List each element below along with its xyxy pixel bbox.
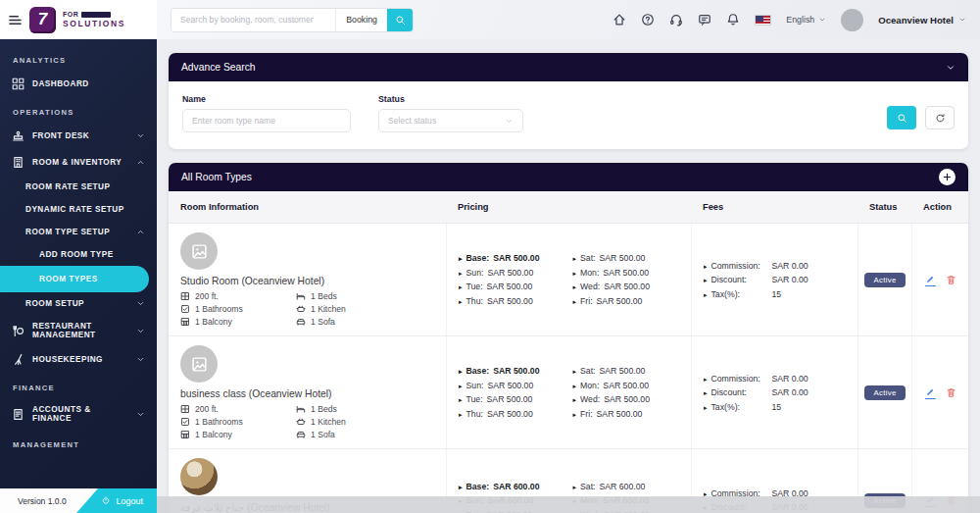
sidebar: 7 FOR SOLUTIONS ANALYTICSDASHBOARDOPERAT… <box>0 0 157 513</box>
price-value: SAR 500.00 <box>597 409 643 419</box>
sidebar-item-room-inventory[interactable]: ROOM & INVENTORY <box>0 149 157 176</box>
sidebar-toggle-icon[interactable] <box>8 13 23 27</box>
amenity-sofa: 1 Sofa <box>296 430 434 439</box>
global-search-input[interactable] <box>172 9 335 31</box>
us-flag-icon[interactable] <box>755 15 771 26</box>
price-entry: ▸Sat:SAR 500.00 <box>573 253 680 263</box>
sidebar-item-dynamic-rate-setup[interactable]: DYNAMIC RATE SETUP <box>0 198 157 221</box>
logout-icon <box>101 496 111 506</box>
sidebar-item-add-room-type[interactable]: ADD ROOM TYPE <box>0 243 157 266</box>
search-category-select[interactable]: Booking <box>335 9 387 31</box>
room-type-name-input[interactable] <box>182 109 351 132</box>
chevron-up-icon <box>136 158 145 167</box>
status-badge: Active <box>864 273 905 287</box>
edit-button[interactable] <box>925 386 936 399</box>
fee-label: Commission: <box>711 374 768 384</box>
brand-line1-text: FOR <box>63 11 78 18</box>
user-avatar[interactable] <box>841 9 863 31</box>
triangle-right-icon: ▸ <box>459 411 463 419</box>
price-label: Wed: <box>580 282 600 291</box>
triangle-right-icon: ▸ <box>573 368 577 376</box>
advance-search-header: Advance Search <box>169 53 968 81</box>
bell-icon-button[interactable] <box>726 13 740 26</box>
hotel-menu[interactable]: Oceanview Hotel <box>878 15 966 26</box>
price-label: Base: <box>466 482 490 491</box>
sidebar-item-front-desk[interactable]: FRONT DESK <box>0 123 157 149</box>
app-window: 7 FOR SOLUTIONS ANALYTICSDASHBOARDOPERAT… <box>0 0 980 513</box>
amenity-kitchen: 1 Kitchen <box>296 304 434 314</box>
edit-button[interactable] <box>925 274 936 286</box>
status-cell: Active <box>858 336 911 448</box>
price-value: SAR 500.00 <box>493 366 539 376</box>
price-label: Sat: <box>580 482 595 491</box>
language-select[interactable]: English <box>786 15 826 25</box>
sidebar-item-room-setup[interactable]: ROOM SETUP <box>0 292 157 315</box>
fee-value: SAR 0.00 <box>772 374 808 384</box>
delete-button[interactable] <box>946 275 956 285</box>
triangle-right-icon: ▸ <box>573 283 577 291</box>
room-types-header: All Room Types <box>169 163 968 191</box>
price-entry: ▸Sat:SAR 500.00 <box>573 366 680 376</box>
price-entry: ▸Base:SAR 500.00 <box>459 366 565 376</box>
home-icon-button[interactable] <box>612 13 626 26</box>
trash-icon <box>946 387 956 398</box>
invoice-icon <box>12 408 24 421</box>
sidebar-item-label: ROOM RATE SETUP <box>25 182 111 191</box>
triangle-right-icon: ▸ <box>704 277 708 284</box>
fees-cell: ▸Commission:SAR 0.00▸Discount:SAR 0.00▸T… <box>691 336 858 448</box>
sidebar-item-label: ADD ROOM TYPE <box>39 250 114 259</box>
pricing-cell: ▸Base:SAR 500.00▸Sat:SAR 500.00▸Sun:SAR … <box>446 224 691 335</box>
fee-entry: ▸Commission:SAR 0.00 <box>704 374 846 384</box>
sidebar-item-room-rate-setup[interactable]: ROOM RATE SETUP <box>0 176 157 198</box>
advance-search-card: Advance Search Name Status Select status <box>169 53 968 149</box>
status-select[interactable]: Select status <box>378 109 523 132</box>
price-label: Mon: <box>580 268 599 278</box>
chevron-down-icon <box>136 410 145 419</box>
price-label: Fri: <box>580 409 593 419</box>
topbar-right: English Oceanview Hotel <box>612 9 966 31</box>
price-value: SAR 500.00 <box>487 409 533 419</box>
table-row: Studio Room (Oceanview Hotel) 200 ft.1 B… <box>169 224 968 336</box>
chevron-down-icon <box>136 355 145 364</box>
trash-icon <box>946 275 956 285</box>
sidebar-item-accounts-finance[interactable]: ACCOUNTS & FINANCE <box>0 398 157 430</box>
brand-logo: 7 <box>29 7 56 33</box>
delete-button[interactable] <box>946 387 956 398</box>
collapse-chevron-icon[interactable] <box>946 63 956 73</box>
price-entry: ▸Sun:SAR 500.00 <box>459 268 565 278</box>
fee-value: 15 <box>772 402 782 412</box>
topbar: Booking English Oceanview Hotel <box>157 0 980 39</box>
sidebar-item-room-types[interactable]: ROOM TYPES <box>0 266 149 292</box>
global-search-button[interactable] <box>387 9 413 31</box>
amenity-balcony: 1 Balcony <box>180 317 296 327</box>
price-entry: ▸Thu:SAR 500.00 <box>459 296 565 306</box>
price-label: Wed: <box>580 394 600 404</box>
sidebar-item-dashboard[interactable]: DASHBOARD <box>0 71 157 97</box>
restaurant-icon <box>12 325 24 337</box>
search-submit-button[interactable] <box>887 106 916 129</box>
brand-logo-text: FOR SOLUTIONS <box>63 11 125 28</box>
fee-label: Commission: <box>711 261 768 271</box>
plus-icon <box>943 173 952 181</box>
room-amenities: 200 ft.1 Beds1 Bathrooms1 Kitchen1 Balco… <box>180 404 434 439</box>
triangle-right-icon: ▸ <box>573 255 577 263</box>
question-icon-button[interactable] <box>641 13 655 26</box>
sidebar-item-room-type-setup[interactable]: ROOM TYPE SETUP <box>0 221 157 243</box>
headset-icon-button[interactable] <box>669 13 683 26</box>
price-value: SAR 500.00 <box>599 253 645 263</box>
amenity-text: 1 Beds <box>311 291 337 301</box>
sidebar-item-restaurant-management[interactable]: RESTAURANT MANAGEMENT <box>0 315 157 346</box>
logout-button[interactable]: Logout <box>101 496 157 506</box>
kitchen-icon <box>296 304 306 314</box>
price-value: SAR 500.00 <box>487 282 533 291</box>
price-label: Sun: <box>466 268 484 278</box>
horizontal-scrollbar[interactable] <box>157 496 980 513</box>
brand-line1: FOR <box>63 11 125 18</box>
add-room-type-button[interactable] <box>939 169 956 185</box>
chat-icon-button[interactable] <box>698 13 711 26</box>
advance-search-body: Name Status Select status <box>169 81 968 149</box>
fee-label: Tax(%): <box>711 402 768 412</box>
sidebar-item-housekeeping[interactable]: HOUSEKEEPING <box>0 346 157 373</box>
reset-button[interactable] <box>925 106 955 129</box>
chevron-up-icon <box>136 228 145 236</box>
